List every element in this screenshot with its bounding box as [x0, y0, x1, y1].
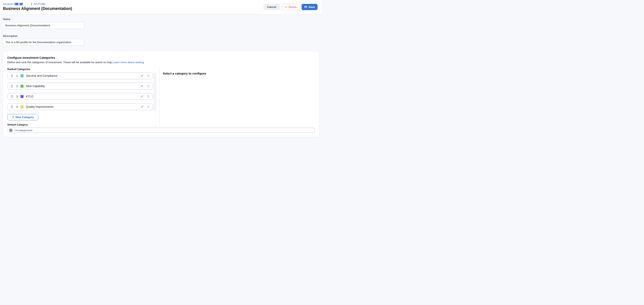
- new-category-button-label: New Category: [16, 116, 34, 119]
- default-category-name: Uncategorized: [14, 129, 32, 132]
- edit-pencil-icon[interactable]: [140, 84, 144, 88]
- new-category-button[interactable]: + New Category: [8, 114, 38, 120]
- edit-pencil-icon[interactable]: [140, 95, 144, 98]
- delete-trash-icon[interactable]: [147, 95, 150, 98]
- page-header: Account: BA Profile Business Alignment (…: [0, 0, 322, 14]
- default-category-row[interactable]: Uncategorized: [8, 128, 315, 133]
- category-color-swatch: [20, 85, 24, 88]
- cancel-button[interactable]: Cancel: [264, 4, 280, 10]
- header-actions: Cancel ✕ Delete Save: [264, 4, 318, 10]
- delete-trash-icon[interactable]: [147, 84, 150, 88]
- default-category-label: Default Category: [8, 123, 28, 126]
- category-row[interactable]: 1 Security and Compliance: [8, 72, 153, 79]
- card-subtitle-text: Define and rank the categories of invest…: [7, 61, 113, 64]
- delete-trash-icon[interactable]: [147, 105, 150, 109]
- drag-handle-icon[interactable]: [11, 74, 13, 77]
- learn-more-link[interactable]: Learn more about ranking: [113, 61, 144, 64]
- save-button-label: Save: [308, 5, 315, 8]
- category-row[interactable]: 2 New Capability: [8, 83, 153, 89]
- list-scrollbar[interactable]: [154, 72, 156, 111]
- category-name: KTLO: [26, 95, 34, 98]
- drag-handle-icon[interactable]: [11, 105, 13, 108]
- description-input[interactable]: [3, 39, 84, 45]
- name-label: Name: [3, 18, 10, 21]
- close-icon: ✕: [285, 6, 287, 8]
- category-row[interactable]: 4 Quality Improvements: [8, 103, 153, 110]
- breadcrumb-account-link[interactable]: Account:: [3, 2, 13, 5]
- category-color-swatch: [20, 74, 24, 77]
- edit-pencil-icon[interactable]: [140, 105, 144, 108]
- delete-trash-icon[interactable]: [147, 74, 150, 78]
- ranked-categories-label: Ranked Categories: [7, 68, 30, 71]
- category-rank: 3: [16, 95, 18, 98]
- default-category-swatch: [9, 129, 12, 132]
- redacted-account-name: [14, 3, 23, 5]
- vertical-divider: [160, 69, 160, 125]
- empty-state-text: Select a category to configure: [163, 72, 206, 75]
- category-color-swatch: [20, 95, 24, 98]
- description-label: Description: [3, 34, 18, 37]
- ranked-categories-list: 1 Security and Compliance: [8, 72, 153, 110]
- delete-button-label: Delete: [288, 5, 297, 8]
- ba-profile-page: Account: BA Profile Business Alignment (…: [0, 0, 322, 152]
- breadcrumb-ba-profile-link[interactable]: BA Profile: [34, 2, 46, 5]
- card-title: Configure Investment Categories: [7, 56, 55, 59]
- configure-categories-card: Configure Investment Categories Define a…: [3, 51, 319, 137]
- name-input[interactable]: [3, 22, 84, 29]
- drag-handle-icon[interactable]: [11, 85, 13, 88]
- category-color-swatch: [20, 105, 24, 108]
- category-rank: 1: [16, 74, 18, 77]
- category-name: Security and Compliance: [26, 74, 58, 77]
- category-row[interactable]: 3 KTLO: [8, 93, 153, 100]
- edit-pencil-icon[interactable]: [140, 74, 144, 77]
- chevron-right-icon: [31, 3, 32, 5]
- breadcrumb: Account: BA Profile: [3, 2, 46, 5]
- save-button[interactable]: Save: [302, 4, 318, 10]
- card-subtitle: Define and rank the categories of invest…: [7, 61, 144, 64]
- category-rank: 2: [16, 84, 18, 88]
- category-name: Quality Improvements: [26, 105, 54, 108]
- category-name: New Capability: [26, 84, 45, 88]
- plus-icon: +: [12, 115, 14, 119]
- page-title: Business Alignment (Documentation): [3, 6, 72, 11]
- category-rank: 4: [16, 105, 18, 108]
- drag-handle-icon[interactable]: [11, 95, 13, 98]
- delete-button[interactable]: ✕ Delete: [282, 4, 300, 10]
- save-floppy-icon: [304, 5, 307, 8]
